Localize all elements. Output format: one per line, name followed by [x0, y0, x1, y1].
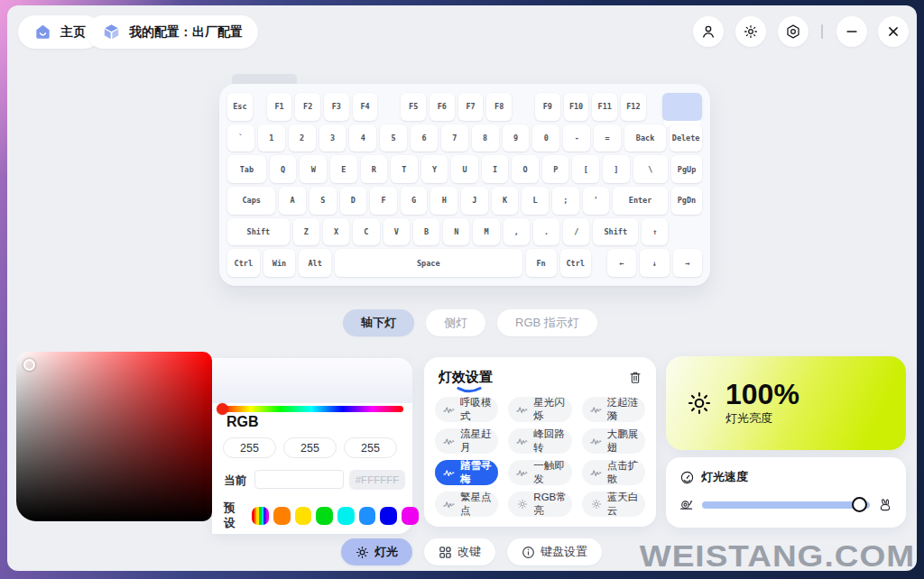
key-3[interactable]: 3 — [319, 124, 346, 152]
key-Alt[interactable]: Alt — [299, 249, 331, 277]
key-Shift[interactable]: Shift — [227, 218, 290, 246]
effect-button[interactable]: 一触即发 — [508, 460, 571, 485]
key-Y[interactable]: Y — [421, 155, 448, 183]
config-button[interactable]: 我的配置：出厂配置 — [87, 15, 258, 49]
key-7[interactable]: 7 — [441, 124, 468, 152]
effect-button[interactable]: 泛起涟漪 — [582, 397, 645, 422]
key-Esc[interactable]: Esc — [227, 93, 253, 121]
key-F1[interactable]: F1 — [267, 93, 292, 121]
key-C[interactable]: C — [353, 218, 379, 246]
key-9[interactable]: 9 — [503, 124, 530, 152]
key-F8[interactable]: F8 — [486, 93, 512, 121]
key-L[interactable]: L — [522, 187, 549, 215]
key-M[interactable]: M — [473, 218, 499, 246]
key-V[interactable]: V — [383, 218, 410, 246]
key-F3[interactable]: F3 — [324, 93, 349, 121]
key-F5[interactable]: F5 — [401, 93, 426, 121]
key-Enter[interactable]: Enter — [613, 187, 668, 215]
key-F6[interactable]: F6 — [430, 93, 455, 121]
key-F10[interactable]: F10 — [564, 93, 589, 121]
key-0[interactable]: 0 — [532, 124, 559, 152]
key-O[interactable]: O — [512, 155, 539, 183]
preset-swatch[interactable] — [252, 507, 269, 525]
preset-swatch[interactable] — [380, 507, 397, 525]
hex-value-chip[interactable]: #FFFFFF — [349, 470, 405, 490]
key-Tab[interactable]: Tab — [227, 155, 266, 183]
key-↑[interactable]: ↑ — [642, 218, 668, 246]
current-color-input[interactable] — [254, 470, 344, 489]
key-special-badge[interactable] — [662, 93, 702, 121]
key-Win[interactable]: Win — [263, 249, 296, 277]
key-K[interactable]: K — [492, 187, 519, 215]
key-2[interactable]: 2 — [289, 124, 316, 152]
key-F4[interactable]: F4 — [353, 93, 378, 121]
key-D[interactable]: D — [340, 187, 367, 215]
key-I[interactable]: I — [482, 155, 509, 183]
key-↓[interactable]: ↓ — [640, 249, 669, 277]
speed-slider[interactable] — [702, 501, 870, 509]
key-←[interactable]: ← — [607, 249, 636, 277]
key-'[interactable]: ' — [583, 187, 610, 215]
effect-button[interactable]: 点击扩散 — [582, 460, 645, 485]
preset-swatch[interactable] — [295, 507, 312, 525]
key-H[interactable]: H — [430, 187, 457, 215]
key-W[interactable]: W — [300, 155, 327, 183]
key--[interactable]: - — [563, 124, 590, 152]
effect-button[interactable]: 蓝天白云 — [582, 492, 645, 517]
blue-input[interactable] — [344, 437, 397, 458]
key-PgUp[interactable]: PgUp — [671, 155, 702, 183]
nav-active-button[interactable]: 灯光 — [341, 538, 412, 565]
effect-button[interactable]: 繁星点点 — [435, 492, 498, 517]
key-][interactable]: ] — [603, 155, 630, 183]
key-5[interactable]: 5 — [380, 124, 407, 152]
key-Fn[interactable]: Fn — [526, 249, 557, 277]
key-1[interactable]: 1 — [258, 124, 285, 152]
key-;[interactable]: ; — [552, 187, 579, 215]
key-F11[interactable]: F11 — [592, 93, 617, 121]
key-R[interactable]: R — [361, 155, 388, 183]
color-cursor[interactable] — [23, 359, 35, 371]
key-S[interactable]: S — [310, 187, 337, 215]
effect-button[interactable]: 踏雪寻梅 — [435, 460, 498, 485]
key-\[interactable]: \ — [633, 155, 668, 183]
key-→[interactable]: → — [673, 249, 702, 277]
key-Delete[interactable]: Delete — [670, 124, 702, 152]
key-G[interactable]: G — [401, 187, 428, 215]
key-Z[interactable]: Z — [293, 218, 319, 246]
key-=[interactable]: = — [594, 124, 621, 152]
key-Space[interactable]: Space — [335, 249, 522, 277]
key-Ctrl[interactable]: Ctrl — [560, 249, 591, 277]
preset-swatch[interactable] — [316, 507, 333, 525]
preset-swatch[interactable] — [359, 507, 376, 525]
key-F7[interactable]: F7 — [458, 93, 484, 121]
user-button[interactable] — [693, 16, 724, 47]
minimize-button[interactable] — [836, 16, 867, 47]
nav-button[interactable]: 键盘设置 — [507, 538, 602, 565]
key-E[interactable]: E — [330, 155, 357, 183]
key-A[interactable]: A — [279, 187, 306, 215]
key-J[interactable]: J — [461, 187, 488, 215]
red-input[interactable] — [223, 437, 276, 458]
preset-swatch[interactable] — [273, 507, 291, 525]
key-F9[interactable]: F9 — [535, 93, 560, 121]
key-`[interactable]: ` — [227, 124, 254, 152]
light-tab[interactable]: 侧灯 — [426, 309, 485, 336]
key-F2[interactable]: F2 — [295, 93, 320, 121]
effect-button[interactable]: 流星赶月 — [435, 428, 498, 454]
preset-swatch[interactable] — [337, 507, 355, 525]
key-F12[interactable]: F12 — [621, 93, 646, 121]
effect-button[interactable]: 呼吸模式 — [435, 397, 498, 422]
key-6[interactable]: 6 — [411, 124, 438, 152]
key-/[interactable]: / — [563, 218, 589, 246]
nav-button[interactable]: 改键 — [424, 538, 495, 565]
key-X[interactable]: X — [323, 218, 349, 246]
light-tab[interactable]: RGB 指示灯 — [497, 309, 597, 336]
close-button[interactable] — [878, 16, 909, 47]
key-N[interactable]: N — [443, 218, 469, 246]
light-tab[interactable]: 轴下灯 — [343, 309, 414, 336]
effect-button[interactable]: 大鹏展翅 — [582, 428, 645, 454]
key-Shift[interactable]: Shift — [593, 218, 638, 246]
key-F[interactable]: F — [370, 187, 397, 215]
key-4[interactable]: 4 — [349, 124, 376, 152]
brightness-button[interactable] — [735, 16, 766, 47]
